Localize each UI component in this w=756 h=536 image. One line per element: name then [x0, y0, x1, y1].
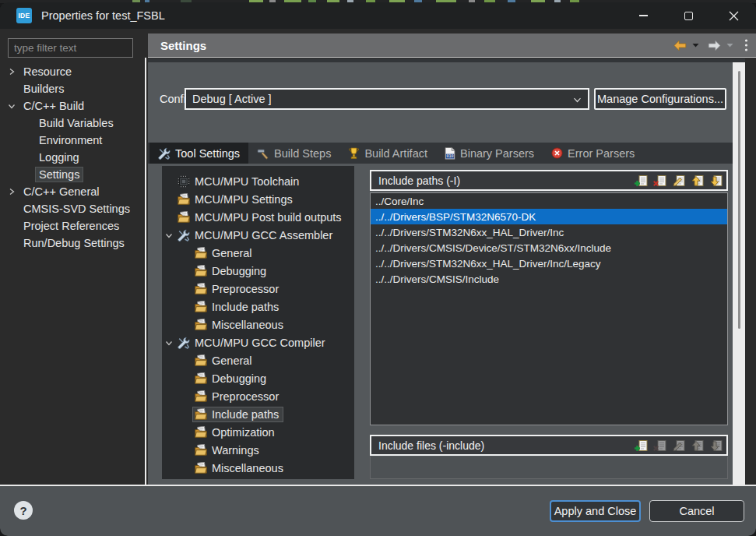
filter-input[interactable] [8, 38, 133, 58]
delete-icon[interactable] [653, 175, 667, 187]
chevron-down-icon[interactable] [165, 339, 176, 347]
minimize-button[interactable] [621, 2, 666, 29]
maximize-button[interactable] [666, 2, 711, 29]
tool-tree-item-label: MCU/MPU GCC Compiler [195, 337, 325, 349]
sidebar: ResourceBuildersC/C++ BuildBuild Variabl… [0, 29, 143, 485]
sidebar-divider[interactable] [145, 58, 146, 485]
include-path-row[interactable]: ../../Drivers/CMSIS/Device/ST/STM32N6xx/… [371, 240, 727, 256]
close-button[interactable] [711, 2, 756, 29]
manage-configurations-button[interactable]: Manage Configurations... [594, 88, 726, 110]
dialog-right-margin [745, 58, 756, 485]
sidebar-item-resource[interactable]: Resource [0, 63, 143, 80]
tool-tree-item-mcu-mpu-gcc-compiler[interactable]: MCU/MPU GCC Compiler [162, 333, 354, 351]
tool-tree-item-mcu-mpu-gcc-linker[interactable]: MCU/MPU GCC Linker [162, 477, 354, 479]
tab-label: Tool Settings [175, 147, 240, 160]
sidebar-item-run-debug-settings[interactable]: Run/Debug Settings [0, 235, 143, 252]
include-path-row[interactable]: ../../Drivers/STM32N6xx_HAL_Driver/Inc [371, 224, 727, 240]
tool-tree-item-label: General [212, 247, 252, 259]
tab-error-parsers[interactable]: Error Parsers [543, 143, 643, 164]
tool-tree-item-label: MCU/MPU Post build outputs [195, 211, 342, 224]
tool-tree-item-mcu-mpu-post-build-outputs[interactable]: MCU/MPU Post build outputs [162, 208, 354, 226]
apply-and-close-button[interactable]: Apply and Close [550, 500, 641, 522]
move-down-icon[interactable] [709, 175, 723, 187]
sidebar-item-settings[interactable]: Settings [0, 166, 143, 183]
tool-tree-item-label: Preprocessor [212, 390, 279, 403]
tool-tree-item-include-paths[interactable]: Include paths [162, 298, 354, 316]
forward-arrow-icon[interactable] [707, 40, 722, 51]
back-menu-icon[interactable] [692, 43, 699, 48]
tree-item-content: General [193, 354, 256, 368]
edit-icon[interactable] [672, 175, 686, 187]
include-path-row[interactable]: ../../Drivers/CMSIS/Include [371, 271, 727, 287]
view-menu-icon[interactable] [744, 38, 748, 52]
folder-icon [195, 426, 207, 438]
add-icon[interactable] [635, 175, 649, 187]
configuration-select[interactable]: Debug [ Active ] [185, 88, 589, 110]
tab-build-steps[interactable]: Build Steps [248, 143, 339, 164]
tool-tree-item-general[interactable]: General [162, 244, 354, 262]
chevron-right-icon[interactable] [8, 188, 23, 196]
tool-tree-item-preprocessor[interactable]: Preprocessor [162, 280, 354, 298]
sidebar-item-logging[interactable]: Logging [0, 149, 143, 166]
move-up-icon[interactable] [691, 175, 705, 187]
tool-tree-item-miscellaneous[interactable]: Miscellaneous [162, 459, 354, 477]
include-files-toolbar [635, 439, 723, 452]
chevron-down-icon[interactable] [165, 231, 176, 239]
include-path-row[interactable]: ../../Drivers/BSP/STM32N6570-DK [371, 209, 727, 224]
tool-tree-item-label: Preprocessor [212, 283, 279, 295]
sidebar-item-build-variables[interactable]: Build Variables [0, 115, 143, 132]
tree-item-content: Preprocessor [193, 390, 283, 404]
tool-tree-item-label: Miscellaneous [212, 319, 283, 331]
back-arrow-icon[interactable] [673, 40, 687, 51]
app-icon: IDE [16, 8, 32, 23]
binary-icon: 010 [445, 147, 455, 160]
scrollbar-thumb[interactable] [738, 71, 740, 329]
tool-tree-item-optimization[interactable]: Optimization [162, 423, 354, 441]
tool-tree-item-mcu-mpu-toolchain[interactable]: MCU/MPU Toolchain [162, 172, 354, 190]
sidebar-item-builders[interactable]: Builders [0, 80, 143, 97]
sidebar-item-c-c-build[interactable]: C/C++ Build [0, 97, 143, 115]
tree-item-content: MCU/MPU GCC Compiler [176, 336, 329, 350]
tool-tree-item-preprocessor[interactable]: Preprocessor [162, 387, 354, 405]
sidebar-item-label: Settings [36, 168, 83, 182]
tool-tree-item-mcu-mpu-gcc-assembler[interactable]: MCU/MPU GCC Assembler [162, 226, 354, 244]
sidebar-item-environment[interactable]: Environment [0, 132, 143, 149]
tool-tree-item-debugging[interactable]: Debugging [162, 369, 354, 387]
include-paths-title: Include paths (-I) [378, 175, 635, 187]
tool-tree-item-include-paths[interactable]: Include paths [162, 405, 354, 423]
tab-tool-settings[interactable]: Tool Settings [149, 143, 248, 164]
settings-page: Configuration: Debug [ Active ] Manage C… [148, 62, 733, 485]
tree-item-content: Preprocessor [193, 282, 283, 296]
tab-binary-parsers[interactable]: 010Binary Parsers [436, 143, 543, 164]
include-path-row[interactable]: ../../Drivers/STM32N6xx_HAL_Driver/Inc/L… [371, 256, 727, 271]
include-files-header: Include files (-include) [370, 435, 728, 456]
help-button[interactable]: ? [14, 501, 33, 520]
cancel-button[interactable]: Cancel [649, 500, 744, 522]
sidebar-item-label: C/C++ Build [23, 100, 84, 112]
chevron-right-icon[interactable] [8, 68, 23, 76]
sidebar-item-c-c-general[interactable]: C/C++ General [0, 183, 143, 200]
vertical-scrollbar[interactable] [733, 62, 745, 485]
sidebar-item-project-references[interactable]: Project References [0, 217, 143, 235]
tool-tree-item-general[interactable]: General [162, 351, 354, 369]
include-path-row[interactable]: ../Core/Inc [371, 193, 727, 209]
chevron-down-icon [573, 93, 582, 105]
include-paths-toolbar [635, 175, 723, 187]
tool-tree-item-miscellaneous[interactable]: Miscellaneous [162, 316, 354, 333]
tool-tree-item-debugging[interactable]: Debugging [162, 262, 354, 280]
forward-menu-icon[interactable] [726, 43, 733, 48]
tree-item-content: MCU/MPU GCC Assembler [176, 228, 336, 242]
chevron-down-icon[interactable] [8, 102, 23, 110]
tree-item-content: MCU/MPU GCC Linker [176, 479, 315, 480]
tree-item-content: Debugging [193, 264, 270, 278]
folder-icon [195, 372, 207, 384]
sidebar-item-cmsis-svd-settings[interactable]: CMSIS-SVD Settings [0, 200, 143, 217]
tool-tree-item-mcu-mpu-settings[interactable]: MCU/MPU Settings [162, 190, 354, 208]
tab-label: Build Steps [274, 147, 331, 160]
sidebar-item-label: Environment [39, 134, 102, 146]
tab-build-artifact[interactable]: Build Artifact [339, 143, 436, 164]
delete-icon [653, 439, 667, 452]
tree-item-content: Debugging [193, 372, 270, 386]
tool-tree-item-warnings[interactable]: Warnings [162, 441, 354, 459]
tab-label: Error Parsers [568, 147, 635, 160]
